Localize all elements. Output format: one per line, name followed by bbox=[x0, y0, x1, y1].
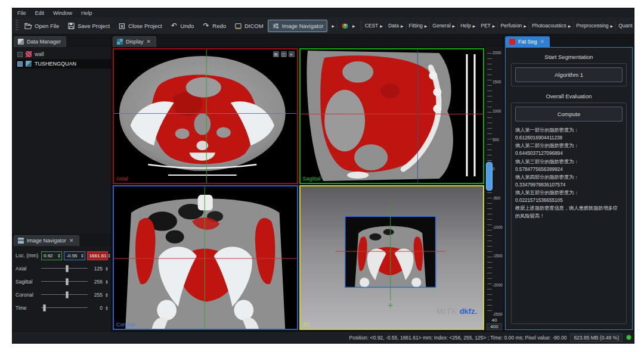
view-submenu-arrow-icon[interactable]: ▶ bbox=[524, 24, 527, 28]
open-file-button[interactable]: Open File bbox=[20, 20, 63, 32]
level-window-scale[interactable]: 2000150010005000-500-1000-1500-2000-2500 bbox=[485, 49, 503, 317]
overall-evaluation-title: Overall Evaluation bbox=[511, 91, 627, 102]
dicom-label: DICOM bbox=[244, 23, 264, 29]
data-manager-icon bbox=[18, 39, 24, 45]
menu-item[interactable]: File bbox=[17, 10, 26, 16]
coronal-ct-image bbox=[114, 186, 297, 329]
view-toolbar-button[interactable]: General ▶ bbox=[429, 21, 457, 30]
level-window-tick-label: 500 bbox=[493, 138, 503, 142]
level-value[interactable]: 40 bbox=[485, 317, 503, 323]
location-z-spinbox[interactable]: 1661.61 bbox=[87, 251, 108, 260]
view-submenu-arrow-icon[interactable]: ▶ bbox=[473, 24, 476, 28]
viewport-coronal[interactable]: Coronal bbox=[113, 185, 298, 330]
evaluation-result-line: 病人第三部分的脂肪密度为：0.5784775656389924 bbox=[515, 158, 623, 173]
data-node-label: wall bbox=[35, 51, 44, 57]
toolbar-extension-arrow-icon[interactable]: ▶ bbox=[330, 24, 336, 28]
crosshair-toggle-icon[interactable]: ▤ bbox=[273, 51, 279, 57]
view-toolbar-button[interactable]: Preprocessing ▶ bbox=[573, 21, 615, 30]
view-submenu-arrow-icon[interactable]: ▶ bbox=[453, 24, 456, 28]
close-icon[interactable]: ✕ bbox=[540, 39, 545, 44]
menu-item[interactable]: Edit bbox=[35, 10, 45, 16]
evaluation-result-line: 病人第一部分的脂肪密度为：0.6126016904411238 bbox=[515, 126, 623, 142]
data-node-wall[interactable]: wall bbox=[16, 49, 111, 59]
toolbar-drag-handle[interactable] bbox=[16, 20, 18, 32]
spinner-arrows-icon[interactable] bbox=[106, 306, 108, 310]
axial-slider[interactable] bbox=[41, 265, 88, 272]
view-submenu-arrow-icon[interactable]: ▶ bbox=[401, 24, 404, 28]
time-slider[interactable] bbox=[41, 304, 88, 311]
coronal-slider-value: 255 bbox=[89, 292, 103, 298]
image-navigator-tabbar: Image Navigator ✕ bbox=[13, 233, 111, 246]
view-toolbar-button[interactable]: PET ▶ bbox=[478, 21, 497, 30]
view-submenu-arrow-icon[interactable]: ▶ bbox=[425, 24, 428, 28]
image-navigator-button[interactable]: Image Navigator bbox=[268, 20, 328, 32]
menu-item[interactable]: Window bbox=[53, 10, 72, 16]
coronal-slider[interactable] bbox=[41, 291, 88, 298]
sagittal-slider-label: Sagittal bbox=[16, 279, 39, 285]
layout-menu-icon[interactable]: ◫ bbox=[281, 51, 287, 57]
spinner-arrows-icon[interactable] bbox=[106, 267, 108, 271]
location-label: Loc. (mm) bbox=[16, 253, 39, 258]
level-window-tick-label: 1000 bbox=[493, 109, 503, 113]
tab-data-manager[interactable]: Data Manager bbox=[14, 36, 66, 47]
view-toolbar-button[interactable]: Photoacoustics ▶ bbox=[529, 21, 573, 30]
close-icon[interactable]: ✕ bbox=[69, 238, 74, 243]
view-toolbar-button[interactable]: Fitting ▶ bbox=[406, 21, 430, 30]
menu-item[interactable]: Help bbox=[81, 10, 92, 16]
data-node-label: TUSHENGQUAN bbox=[35, 61, 76, 67]
location-y-spinbox[interactable]: -0.55 bbox=[64, 251, 85, 260]
view-submenu-arrow-icon[interactable]: ▶ bbox=[493, 24, 496, 28]
view-toolbar-button[interactable]: Perfusion ▶ bbox=[497, 21, 529, 30]
view-submenu-arrow-icon[interactable]: ▶ bbox=[568, 24, 571, 28]
fat-seg-panel: Start Segmentation Algorithm 1 Overall E… bbox=[505, 47, 633, 330]
view-toolbar-button[interactable]: Data ▶ bbox=[385, 21, 406, 30]
viewport-axial[interactable]: ▤ ◫ ✕ Axial bbox=[113, 48, 298, 184]
tab-display[interactable]: Display ✕ bbox=[113, 36, 156, 47]
undo-button[interactable]: ↶ Undo bbox=[166, 20, 199, 32]
memory-status-icon bbox=[626, 335, 631, 340]
close-project-button[interactable]: Close Project bbox=[114, 20, 166, 32]
sagittal-slider[interactable] bbox=[41, 278, 88, 285]
fullscreen-icon[interactable]: ✕ bbox=[289, 51, 295, 57]
visibility-checkbox[interactable] bbox=[17, 61, 23, 67]
spinner-arrows-icon[interactable] bbox=[81, 254, 83, 258]
tab-image-navigator[interactable]: Image Navigator ✕ bbox=[14, 235, 79, 246]
view-submenu-arrow-icon[interactable]: ▶ bbox=[611, 24, 614, 28]
compute-button[interactable]: Compute bbox=[515, 107, 623, 122]
view-submenu-arrow-icon[interactable]: ▶ bbox=[380, 24, 383, 28]
left-dock-spacer bbox=[13, 68, 111, 233]
location-y-value: -0.55 bbox=[66, 253, 77, 258]
window-value[interactable]: 400 bbox=[487, 323, 502, 330]
image-node-icon bbox=[26, 61, 32, 67]
data-node-tushengquan[interactable]: TUSHENGQUAN bbox=[16, 59, 111, 68]
colormap-menu-arrow-icon[interactable]: ▶ bbox=[351, 24, 357, 28]
level-window-handle[interactable] bbox=[486, 162, 493, 191]
close-icon[interactable]: ✕ bbox=[147, 39, 151, 44]
dicom-button[interactable]: DICOM bbox=[230, 20, 268, 32]
view-toolbar-button[interactable]: Quantification ▶ bbox=[615, 21, 633, 30]
visibility-checkbox[interactable] bbox=[17, 52, 23, 57]
view-toolbar-button[interactable]: Help ▶ bbox=[457, 21, 478, 30]
undo-icon: ↶ bbox=[171, 22, 178, 30]
redo-button[interactable]: ↷ Redo bbox=[198, 20, 230, 32]
axial-slider-value: 125 bbox=[89, 266, 103, 272]
viewport-sagittal[interactable]: Sagittal bbox=[299, 48, 485, 184]
evaluation-result-line: 根据上述脂肪密度信息，病人患膀胱脂肪增多症的风险较高！ bbox=[515, 204, 623, 220]
spinner-arrows-icon[interactable] bbox=[108, 254, 110, 258]
view-button-label: Perfusion bbox=[500, 23, 522, 29]
spinner-arrows-icon[interactable] bbox=[58, 254, 60, 258]
save-project-button[interactable]: Save Project bbox=[63, 20, 114, 32]
algorithm-1-button[interactable]: Algorithm 1 bbox=[515, 67, 623, 82]
colormap-button[interactable]: ▶ bbox=[339, 20, 359, 32]
fat-seg-tabbar: Fat Seg ✕ bbox=[504, 35, 634, 47]
viewport-label-3d: 3D bbox=[303, 322, 310, 328]
time-slider-value: 0 bbox=[89, 305, 103, 311]
location-x-spinbox[interactable]: 0.92 bbox=[41, 251, 62, 260]
spinner-arrows-icon[interactable] bbox=[106, 280, 108, 284]
view-toolbar-button[interactable]: CEST ▶ bbox=[362, 21, 385, 30]
view-toolbar: CEST ▶ Data ▶ Fitting ▶ General ▶ bbox=[362, 17, 633, 34]
view-button-label: PET bbox=[481, 23, 491, 29]
viewport-3d[interactable]: MITK dkfz. 3D bbox=[299, 185, 485, 330]
tab-fat-seg[interactable]: Fat Seg ✕ bbox=[505, 36, 550, 47]
spinner-arrows-icon[interactable] bbox=[106, 293, 108, 297]
